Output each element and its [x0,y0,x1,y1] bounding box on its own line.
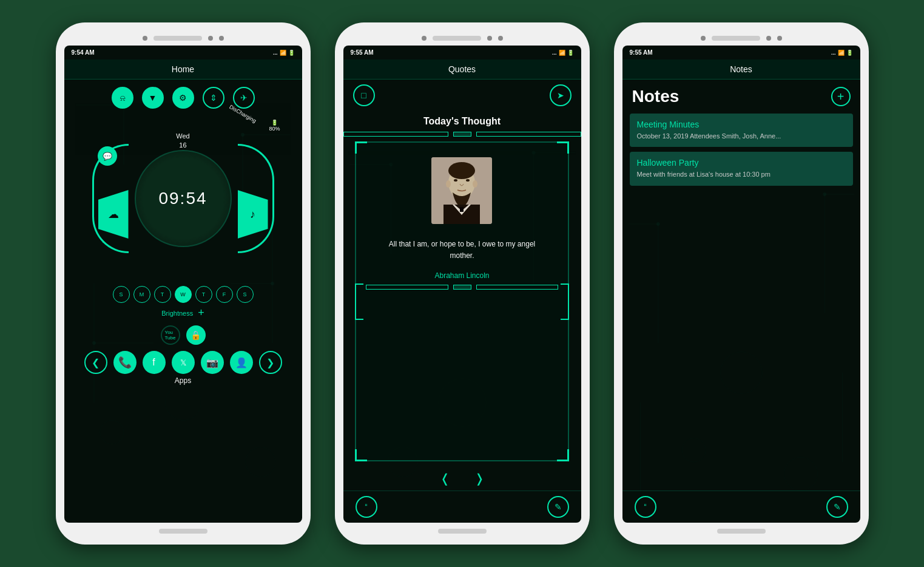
quote-frame: All that I am, or hope to be, I owe to m… [355,141,569,461]
battery-icon: 🔋 [269,120,280,126]
notes-page-title: Notes [632,87,680,106]
deco-bar-right-b [476,285,558,290]
notes-content: Notes + Meeting Minutes October 13, 2019… [622,80,860,523]
phone-3-top-bar [622,33,860,46]
facebook-icon[interactable]: f [143,351,166,374]
status-time-1: 9:54 AM [72,49,95,56]
msg-circle[interactable]: 💬 [98,146,117,166]
home-content: ⍾ ▼ ⚙ ⇕ ✈ 🔋 80% DisCharging [64,80,302,523]
apps-label: Apps [175,376,191,385]
phone-3-home-button[interactable] [717,529,766,534]
deco-bar-left-b [366,285,448,290]
day-m[interactable]: M [133,286,150,303]
camera-dot [219,36,224,41]
notes-bottom-bar: “ ✎ [622,491,860,523]
nav-bar-1: Home [64,59,302,80]
status-icons-2: ... 📶 🔋 [552,50,574,56]
quote-section-title: Today's Thought [423,116,501,127]
status-bar-1: 9:54 AM ... 📶 🔋 [64,46,302,59]
svg-point-31 [466,179,470,182]
deco-center-b [453,285,471,290]
lock-icon[interactable]: 🔒 [186,325,206,345]
day-s2[interactable]: S [237,286,254,303]
quote-top-deco [343,132,581,137]
quotes-next-arrow[interactable]: ❭ [474,471,485,486]
quote-author: Abraham Lincoln [434,271,489,280]
note-2-preview: Meet with friends at Lisa's house at 10:… [637,170,846,179]
nav-bar-2: Quotes [343,59,581,80]
clock-time: 09:54 [158,189,207,208]
notes-edit-icon[interactable]: ✎ [826,496,848,518]
contacts-icon[interactable]: 👤 [230,351,253,374]
battery-icon-2: 🔋 [567,50,574,56]
share-icon[interactable]: ➤ [550,84,572,106]
nav-bar-3: Notes [622,59,860,80]
phone-2-top-bar [343,33,581,46]
day-s1[interactable]: S [113,286,130,303]
phone-1-screen: 9:54 AM ... 📶 🔋 Home ⍾ ▼ ⚙ ⇕ ✈ [64,46,302,523]
svg-point-27 [448,162,475,179]
message-icon-float: 💬 [98,146,117,166]
quotes-tab-icon[interactable]: “ [356,496,377,518]
phone-3-screen: 9:55 AM ... 📶 🔋 Notes Notes + Meeting Mi… [622,46,860,523]
phone-2-screen: 9:55 AM ... 📶 🔋 Quotes □ ➤ Today's Thoug… [343,46,581,523]
transfer-toggle[interactable]: ⇕ [203,87,224,109]
quotes-prev-arrow[interactable]: ❬ [440,471,450,486]
wifi-toggle[interactable]: ▼ [142,87,164,109]
battery-icon-1: 🔋 [288,50,295,56]
copy-icon[interactable]: □ [353,84,375,106]
phone-1: 9:54 AM ... 📶 🔋 Home ⍾ ▼ ⚙ ⇕ ✈ [56,22,311,545]
nav-next-arrow[interactable]: ❯ [259,351,282,374]
day-t1[interactable]: T [154,286,171,303]
phone-1-home-button[interactable] [159,529,207,534]
quote-text: All that I am, or hope to be, I owe to m… [376,239,548,262]
svg-point-28 [446,180,451,188]
speaker-dot-6 [766,36,771,41]
instagram-icon[interactable]: 📷 [201,351,224,374]
note-2-title: Halloween Party [637,158,846,168]
day-t2[interactable]: T [195,286,212,303]
bluetooth-toggle[interactable]: ⍾ [112,87,133,109]
phone-3: 9:55 AM ... 📶 🔋 Notes Notes + Meeting Mi… [614,22,869,545]
notes-quotes-icon[interactable]: “ [635,496,656,518]
brightness-add[interactable]: + [198,307,204,319]
status-icons-1: ... 📶 🔋 [273,50,295,56]
day-w[interactable]: W [175,286,192,303]
day-f[interactable]: F [216,286,233,303]
speaker-grille-1 [153,36,202,41]
note-1-title: Meeting Minutes [637,120,846,129]
whatsapp-icon[interactable]: 📞 [113,351,137,374]
brightness-label: Brightness [161,310,193,317]
speaker-dot-5 [701,36,706,41]
phone-2-home-button[interactable] [438,529,487,534]
battery-pct: 80% [269,126,280,132]
battery-info: 🔋 80% [269,120,280,132]
brightness-row: Brightness + [161,307,204,319]
camera-dot-3 [777,36,782,41]
signal-icon-3: ... [831,50,836,56]
youtube-icon[interactable]: YouTube [161,325,180,345]
note-item-2[interactable]: Halloween Party Meet with friends at Lis… [630,152,853,185]
notes-header: Notes + [622,80,860,111]
signal-icon-1: ... [273,50,278,56]
speaker-dot-4 [487,36,492,41]
signal-icon-2: ... [552,50,557,56]
edit-tab-icon[interactable]: ✎ [547,496,569,518]
note-item-1[interactable]: Meeting Minutes October 13, 2019 Attende… [630,114,853,147]
day-buttons-row: S M T W T F S [113,286,254,303]
frame-corner-tr [557,141,569,154]
twitter-icon[interactable]: 𝕏 [172,351,195,374]
home-title: Home [172,64,194,74]
settings-toggle[interactable]: ⚙ [172,87,194,109]
svg-rect-33 [460,207,464,212]
deco-center [453,132,471,137]
battery-icon-3: 🔋 [846,50,853,56]
svg-point-30 [454,179,457,182]
frame-corner-bl [355,449,367,461]
add-note-button[interactable]: + [831,87,851,106]
quote-photo [431,157,492,224]
nav-prev-arrow[interactable]: ❮ [84,351,107,374]
airplane-toggle[interactable]: ✈ [233,87,255,109]
status-time-3: 9:55 AM [630,49,653,56]
toggle-icons-row: ⍾ ▼ ⚙ ⇕ ✈ [112,87,255,109]
